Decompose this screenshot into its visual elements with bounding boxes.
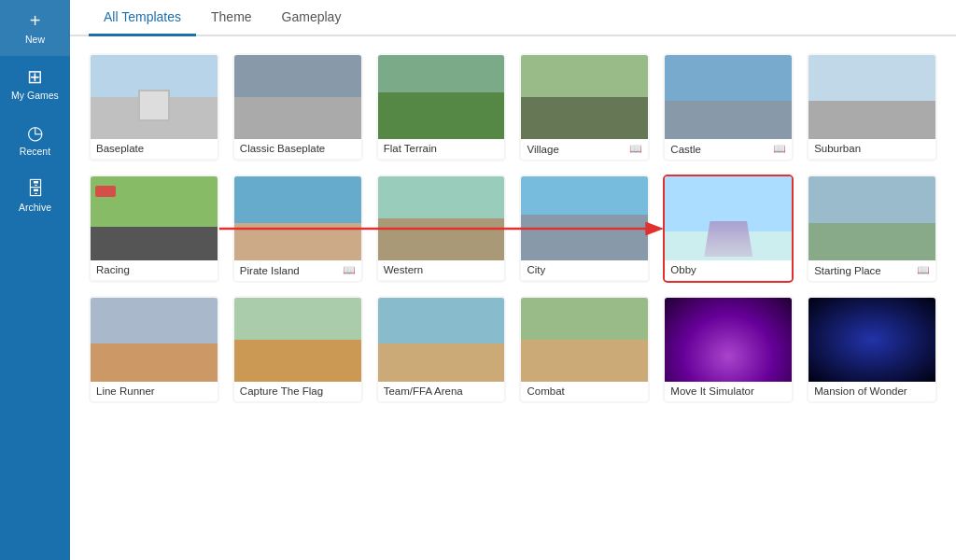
template-thumb-baseplate bbox=[91, 55, 218, 139]
template-thumb-combat bbox=[521, 298, 648, 382]
template-card-western[interactable]: Western bbox=[376, 175, 507, 283]
template-label-combat: Combat bbox=[521, 382, 648, 401]
template-label-classic-baseplate: Classic Baseplate bbox=[234, 139, 361, 159]
template-label-mansion-of-wonder: Mansion of Wonder bbox=[808, 382, 935, 401]
archive-icon: 🗄 bbox=[26, 179, 45, 198]
template-thumb-classic-baseplate bbox=[234, 55, 361, 139]
sidebar-item-recent[interactable]: ◷ Recent bbox=[0, 112, 70, 168]
template-card-team-ffa-arena[interactable]: Team/FFA Arena bbox=[376, 296, 507, 403]
recent-icon: ◷ bbox=[27, 123, 43, 142]
template-label-racing: Racing bbox=[91, 260, 218, 280]
template-label-baseplate: Baseplate bbox=[91, 139, 218, 159]
template-label-pirate-island: Pirate Island 📖 bbox=[234, 260, 361, 281]
sidebar-item-label: Recent bbox=[20, 146, 50, 157]
template-card-pirate-island[interactable]: Pirate Island 📖 bbox=[232, 175, 363, 283]
tab-bar: All Templates Theme Gameplay bbox=[70, 0, 956, 36]
book-icon-village: 📖 bbox=[629, 143, 642, 155]
template-thumb-line-runner bbox=[91, 298, 218, 382]
tab-gameplay[interactable]: Gameplay bbox=[267, 0, 357, 36]
template-label-starting-place: Starting Place 📖 bbox=[808, 260, 935, 281]
template-card-move-it-simulator[interactable]: Move It Simulator bbox=[663, 296, 794, 403]
book-icon-starting-place: 📖 bbox=[917, 264, 930, 276]
book-icon-pirate-island: 📖 bbox=[343, 264, 356, 276]
template-card-starting-place[interactable]: Starting Place 📖 bbox=[807, 175, 937, 283]
tab-theme[interactable]: Theme bbox=[196, 0, 267, 36]
template-label-team-ffa-arena: Team/FFA Arena bbox=[378, 382, 505, 401]
template-thumb-team-ffa-arena bbox=[378, 298, 505, 382]
grid-wrapper: Baseplate Classic Baseplate bbox=[89, 53, 937, 403]
main-content: All Templates Theme Gameplay bbox=[70, 0, 956, 560]
tab-all-templates[interactable]: All Templates bbox=[89, 0, 196, 36]
template-card-combat[interactable]: Combat bbox=[519, 296, 650, 403]
template-card-city[interactable]: City bbox=[519, 175, 650, 283]
template-label-western: Western bbox=[378, 260, 505, 280]
template-label-move-it-simulator: Move It Simulator bbox=[665, 382, 792, 401]
template-thumb-racing bbox=[91, 176, 218, 260]
sidebar-item-label: My Games bbox=[11, 90, 59, 101]
template-label-line-runner: Line Runner bbox=[91, 382, 218, 401]
plus-icon: + bbox=[30, 11, 41, 30]
template-card-obby[interactable]: Obby bbox=[663, 175, 794, 283]
template-thumb-mansion-of-wonder bbox=[808, 298, 935, 382]
template-card-racing[interactable]: Racing bbox=[89, 175, 219, 283]
template-thumb-castle bbox=[665, 55, 792, 139]
template-label-castle: Castle 📖 bbox=[665, 139, 792, 160]
sidebar-item-my-games[interactable]: ⊞ My Games bbox=[0, 56, 70, 112]
template-card-village[interactable]: Village 📖 bbox=[519, 53, 650, 161]
sidebar-item-new[interactable]: + New bbox=[0, 0, 70, 56]
templates-scroll-area: Baseplate Classic Baseplate bbox=[70, 36, 956, 560]
template-thumb-starting-place bbox=[808, 176, 935, 260]
template-thumb-flat-terrain bbox=[378, 55, 505, 139]
template-thumb-city bbox=[521, 176, 648, 260]
template-label-suburban: Suburban bbox=[808, 139, 935, 159]
template-thumb-move-it-simulator bbox=[665, 298, 792, 382]
template-card-baseplate[interactable]: Baseplate bbox=[89, 53, 219, 161]
template-label-obby: Obby bbox=[665, 260, 792, 280]
template-thumb-obby bbox=[665, 176, 792, 260]
template-card-mansion-of-wonder[interactable]: Mansion of Wonder bbox=[807, 296, 937, 403]
sidebar-item-label: New bbox=[25, 34, 45, 45]
template-card-flat-terrain[interactable]: Flat Terrain bbox=[376, 53, 507, 161]
template-thumb-capture-the-flag bbox=[234, 298, 361, 382]
sidebar-item-archive[interactable]: 🗄 Archive bbox=[0, 168, 70, 224]
template-card-classic-baseplate[interactable]: Classic Baseplate bbox=[232, 53, 363, 161]
template-thumb-village bbox=[521, 55, 648, 139]
template-card-capture-the-flag[interactable]: Capture The Flag bbox=[232, 296, 363, 403]
template-label-capture-the-flag: Capture The Flag bbox=[234, 382, 361, 401]
template-thumb-pirate-island bbox=[234, 176, 361, 260]
template-card-line-runner[interactable]: Line Runner bbox=[89, 296, 219, 403]
templates-grid: Baseplate Classic Baseplate bbox=[89, 53, 937, 403]
template-label-village: Village 📖 bbox=[521, 139, 648, 160]
template-card-castle[interactable]: Castle 📖 bbox=[663, 53, 794, 161]
template-thumb-suburban bbox=[808, 55, 935, 139]
book-icon-castle: 📖 bbox=[773, 143, 786, 155]
template-label-flat-terrain: Flat Terrain bbox=[378, 139, 505, 159]
template-thumb-western bbox=[378, 176, 505, 260]
template-card-suburban[interactable]: Suburban bbox=[807, 53, 937, 161]
sidebar: + New ⊞ My Games ◷ Recent 🗄 Archive bbox=[0, 0, 70, 560]
sidebar-item-label: Archive bbox=[19, 202, 51, 213]
template-label-city: City bbox=[521, 260, 648, 280]
games-icon: ⊞ bbox=[27, 67, 43, 86]
